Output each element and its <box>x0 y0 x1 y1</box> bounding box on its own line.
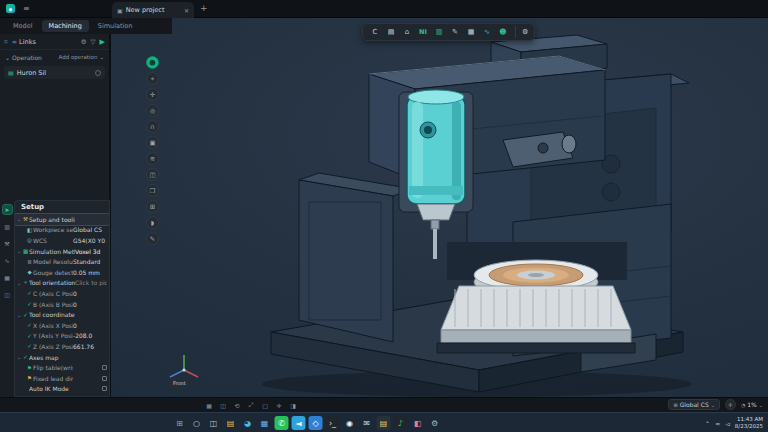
shading-button[interactable]: ◨ <box>288 400 298 410</box>
setup-row[interactable]: ⌄ ⚒ Setup and tooling <box>15 214 109 225</box>
origin-button[interactable]: ✛ <box>274 400 284 410</box>
ni-button[interactable]: NI <box>417 26 429 38</box>
task-view-button[interactable]: ◫ <box>207 416 221 430</box>
tooling-button[interactable]: ⚒ <box>2 238 13 249</box>
search-button[interactable]: ○ <box>190 416 204 430</box>
settings-button[interactable]: ⚙ <box>515 26 528 38</box>
bounds-button[interactable]: ▢ <box>260 400 270 410</box>
probe-button[interactable]: ⌖ <box>146 72 159 85</box>
file-explorer[interactable]: ▤ <box>224 416 238 430</box>
machine-config-button[interactable]: ▦ <box>2 272 13 283</box>
chrome-browser[interactable]: ◉ <box>343 416 357 430</box>
avatar-button[interactable]: ☻ <box>146 56 159 69</box>
setup-row[interactable]: ◎ WCS G54(X0 Y0 Z0) <box>15 235 109 246</box>
play-simulation-button[interactable]: ▶ <box>100 38 105 46</box>
layers-button[interactable]: ◫ <box>146 168 159 181</box>
code-editor[interactable]: ◇ <box>309 416 323 430</box>
volume-icon[interactable]: ◅ <box>725 420 730 427</box>
checkbox[interactable] <box>102 386 107 391</box>
setup-row[interactable]: ⌄ ✓ Tool coordinates <box>15 309 109 320</box>
layouts-button[interactable]: ◫ <box>2 289 13 300</box>
checkbox[interactable] <box>102 365 107 370</box>
zoom-control[interactable]: ◔ 1% ⌄ <box>741 401 763 408</box>
orientation-gizmo[interactable]: Front <box>164 350 208 394</box>
machine-button[interactable]: ⌂ <box>401 26 413 38</box>
setup-row[interactable]: ⚑ Flip table(wrist <box>15 362 109 373</box>
move-button[interactable]: ✛ <box>146 88 159 101</box>
operations-button[interactable]: ▥ <box>2 221 13 232</box>
setup-row[interactable]: ⌄ ⌖ Tool orientation Click to pick <box>15 278 109 289</box>
chat-button[interactable]: ◗ <box>146 216 159 229</box>
network-icon[interactable]: ≈ <box>715 420 720 427</box>
chevron-down-icon: ⌄ <box>711 402 715 408</box>
tray-chevron-icon[interactable]: ⌃ <box>705 420 710 427</box>
analysis-button[interactable]: ∿ <box>2 255 13 266</box>
inspect-button[interactable]: ◎ <box>146 104 159 117</box>
setup-row[interactable]: Auto IK Mode <box>15 384 109 395</box>
filter-icon[interactable]: ▽ <box>91 38 96 46</box>
telegram[interactable]: ◄ <box>292 416 306 430</box>
3d-viewport[interactable] <box>110 18 768 412</box>
section-button[interactable]: ≋ <box>146 152 159 165</box>
checkbox[interactable] <box>102 376 107 381</box>
table-button[interactable]: ▦ <box>465 26 477 38</box>
setup-row[interactable]: ✓ X (Axis X Positi 0 <box>15 320 109 331</box>
setup-row[interactable]: ⌄ ▦ Simulation Metho Voxel 3d <box>15 246 109 257</box>
gear-icon[interactable]: ⚙ <box>81 38 87 46</box>
machine-3d-model[interactable] <box>111 34 768 397</box>
tab-simulation[interactable]: Simulation <box>91 20 140 32</box>
select-tool-button[interactable]: ➤ <box>2 204 13 215</box>
setup-row[interactable]: ✓ Y (Axis Y Positi -208.0 <box>15 331 109 342</box>
collision-check-button[interactable]: C <box>369 26 381 38</box>
operator-button[interactable]: ☻ <box>497 26 509 38</box>
coordinate-system-selector[interactable]: ⊞ Global CS ⌄ <box>668 399 719 410</box>
store[interactable]: ▦ <box>258 416 272 430</box>
split-view-button[interactable]: ◫ <box>218 400 228 410</box>
new-tab-button[interactable]: + <box>200 3 208 13</box>
copy-button[interactable]: ❐ <box>146 184 159 197</box>
close-tab-icon[interactable]: ✕ <box>184 7 189 14</box>
setup-row[interactable]: ◆ Gouge detectio 0.05 mm <box>15 267 109 278</box>
edit-button[interactable]: ✎ <box>449 26 461 38</box>
operation-radio[interactable] <box>95 70 101 76</box>
export-button[interactable]: ▥ <box>433 26 445 38</box>
compass-icon[interactable]: ✛ <box>725 399 736 410</box>
grid-button[interactable]: ⊞ <box>146 200 159 213</box>
grid-toggle-button[interactable]: ▦ <box>204 400 214 410</box>
setup-row[interactable]: ≣ Model Resoluti Standard <box>15 256 109 267</box>
hamburger-menu-icon[interactable]: ≡ <box>23 4 30 13</box>
setup-row[interactable]: ⌄ ✓ Axes map <box>15 352 109 363</box>
document-tab[interactable]: ▣ New project ✕ <box>112 2 194 18</box>
setup-row-value: G54(X0 Y0 Z0) <box>73 237 107 244</box>
tab-machining[interactable]: Machining <box>42 20 89 32</box>
headset-button[interactable]: ∩ <box>146 120 159 133</box>
links-toggle[interactable]: ∞ Links <box>12 38 36 46</box>
edge-browser[interactable]: ◕ <box>241 416 255 430</box>
setup-row[interactable]: ⚑ Fixed lead dire <box>15 373 109 384</box>
notes[interactable]: ▤ <box>377 416 391 430</box>
setup-row[interactable]: ✓ C (Axis C Positi 0 <box>15 288 109 299</box>
post-processor-button[interactable]: ▤ <box>385 26 397 38</box>
setup-row[interactable]: ✓ B (Axis B Positi 0 <box>15 299 109 310</box>
whatsapp[interactable]: ✆ <box>275 416 289 430</box>
chevron-down-icon[interactable]: ⌄ <box>5 54 10 61</box>
annotate-button[interactable]: ✎ <box>146 232 159 245</box>
panel-menu-icon[interactable]: ⌗ <box>4 38 8 46</box>
clock[interactable]: 11:43 AM 8/23/2025 <box>735 416 763 429</box>
setup-row[interactable]: ✓ Z (Axis Z Positi 661.76 <box>15 341 109 352</box>
setup-row[interactable]: ◧ Workpiece set Global CS <box>15 225 109 236</box>
settings-app[interactable]: ⚙ <box>428 416 442 430</box>
panel-icon-strip: ➤ ▥ ⚒ ∿ ▦ ◫ <box>0 200 14 300</box>
fit-view-button[interactable]: ⤢ <box>246 400 256 410</box>
terminal[interactable]: ›_ <box>326 416 340 430</box>
paint[interactable]: ◧ <box>411 416 425 430</box>
start-button[interactable]: ⊞ <box>173 416 187 430</box>
camera-button[interactable]: ▣ <box>146 136 159 149</box>
reset-view-button[interactable]: ⟲ <box>232 400 242 410</box>
analytics-button[interactable]: ∿ <box>481 26 493 38</box>
tab-model[interactable]: Model <box>6 20 40 32</box>
operation-list-item[interactable]: ▤ Huron Sil <box>4 66 105 79</box>
mail[interactable]: ✉ <box>360 416 374 430</box>
add-operation-button[interactable]: Add operation ⌄ <box>59 54 104 60</box>
media-player[interactable]: ♪ <box>394 416 408 430</box>
